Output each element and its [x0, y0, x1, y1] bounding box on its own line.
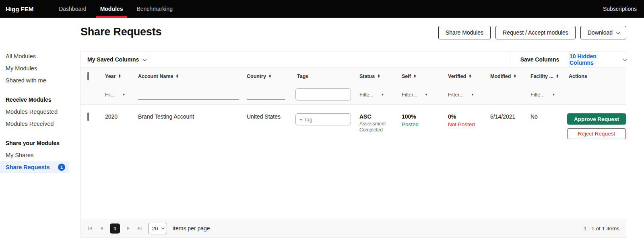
dropdown-arrow-icon: ▼: [425, 93, 428, 96]
row-modified-date: 6/14/2021: [485, 113, 526, 120]
nav-subscriptions[interactable]: Subscriptions: [603, 6, 637, 12]
share-modules-button[interactable]: Share Modules: [438, 26, 491, 39]
column-header-actions: Actions: [564, 74, 627, 79]
verified-filter-dropdown[interactable]: Filter... ▼: [443, 92, 485, 98]
nav-dashboard[interactable]: Dashboard: [52, 0, 93, 18]
page-title: Share Requests: [80, 26, 161, 38]
last-page-button[interactable]: [137, 226, 142, 231]
row-country: United States: [242, 113, 292, 120]
dropdown-arrow-icon: ▼: [471, 93, 474, 96]
sidebar-header-share-your-modules: Share your Modules: [0, 137, 76, 149]
sort-icon: ▲▼: [556, 74, 559, 78]
next-page-icon: [126, 226, 131, 231]
column-header-self[interactable]: Self ▲▼: [397, 74, 443, 79]
nav-modules[interactable]: Modules: [93, 0, 130, 18]
chevron-down-icon: [623, 57, 627, 61]
account-name-filter-input[interactable]: [138, 89, 239, 100]
sort-icon: ▲▼: [268, 74, 271, 78]
share-requests-table: My Saved Columns Save Columns 10 Hidden …: [80, 51, 626, 238]
sidebar-item-modules-received[interactable]: Modules Received: [0, 118, 76, 130]
first-page-button[interactable]: [87, 226, 93, 231]
row-account-name: Brand Testing Account: [133, 113, 242, 120]
sidebar-item-label: Share Requests: [6, 164, 50, 170]
first-page-icon: [87, 226, 93, 231]
sidebar-item-all-modules[interactable]: All Modules: [0, 50, 76, 62]
previous-page-button[interactable]: [99, 226, 104, 231]
save-columns-button[interactable]: Save Columns: [510, 51, 569, 68]
top-nav: Higg FEM Dashboard Modules Benchmarking …: [0, 0, 644, 18]
chevron-down-icon: [161, 226, 164, 229]
row-checkbox[interactable]: [87, 113, 89, 121]
row-tag-input[interactable]: [295, 113, 351, 125]
select-all-checkbox[interactable]: [87, 72, 89, 80]
download-button[interactable]: Download: [580, 26, 626, 39]
my-saved-columns-dropdown[interactable]: My Saved Columns: [81, 51, 149, 68]
row-verified-state: Not Posted: [448, 121, 485, 127]
dropdown-arrow-icon: ▼: [381, 93, 384, 96]
pagination-bar: 1 20 items per page 1 - 1 of 1 items: [81, 219, 626, 238]
nav-benchmarking[interactable]: Benchmarking: [130, 0, 180, 18]
column-header-status[interactable]: Status ▲▼: [355, 74, 397, 79]
sort-icon: ▲▼: [513, 74, 516, 78]
page-size-select[interactable]: 20: [148, 223, 167, 234]
sidebar-item-my-modules[interactable]: My Modules: [0, 62, 76, 74]
row-facility: No: [526, 113, 564, 120]
download-button-label: Download: [588, 29, 613, 36]
row-verified-percent: 0%: [448, 113, 456, 120]
chevron-down-icon: [143, 57, 147, 61]
reject-request-button[interactable]: Reject Request: [567, 128, 626, 139]
sidebar-item-modules-requested[interactable]: Modules Requested: [0, 106, 76, 118]
column-header-account-name[interactable]: Account Name ▲▼: [133, 74, 242, 79]
sidebar-item-shared-with-me[interactable]: Shared with me: [0, 74, 76, 86]
previous-page-icon: [99, 226, 104, 231]
sidebar-item-share-requests[interactable]: Share Requests 1: [0, 161, 69, 173]
next-page-button[interactable]: [126, 226, 131, 231]
column-header-modified[interactable]: Modified ▲▼: [485, 74, 526, 79]
items-per-page-label: items per page: [173, 225, 210, 232]
header-buttons: Share Modules Request / Accept modules D…: [438, 26, 626, 39]
sidebar-header-receive-modules: Receive Modules: [0, 94, 76, 106]
sort-icon: ▲▼: [377, 74, 380, 78]
tags-filter-input[interactable]: [295, 88, 351, 100]
approve-request-button[interactable]: Approve Request: [567, 113, 626, 125]
facility-filter-dropdown[interactable]: Filte... ▼: [526, 92, 564, 98]
self-filter-dropdown[interactable]: Filter... ▼: [397, 92, 443, 98]
chevron-down-icon: [616, 30, 620, 34]
sidebar: All Modules My Modules Shared with me Re…: [0, 50, 76, 173]
sort-icon: ▲▼: [118, 74, 121, 78]
year-filter-dropdown[interactable]: Fil... ▼: [100, 92, 133, 98]
request-accept-modules-button[interactable]: Request / Accept modules: [495, 26, 576, 39]
hidden-columns-dropdown[interactable]: 10 Hidden Columns: [569, 51, 626, 68]
dropdown-arrow-icon: ▼: [552, 93, 555, 96]
column-header-country[interactable]: Country ▲▼: [242, 74, 292, 79]
table-empty-area: [81, 139, 626, 219]
row-self-state: Posted: [402, 121, 443, 127]
table-toolbar: My Saved Columns Save Columns 10 Hidden …: [81, 51, 626, 68]
sort-icon: ▲▼: [469, 74, 471, 78]
count-badge: 1: [58, 164, 65, 171]
row-status-sub: Assessment Completed: [359, 121, 397, 133]
column-header-verified[interactable]: Verified ▲▼: [443, 74, 485, 79]
brand-logo[interactable]: Higg FEM: [6, 6, 33, 12]
table-row: 2020 Brand Testing Account United States…: [81, 105, 626, 139]
country-filter-input[interactable]: [247, 89, 285, 100]
column-header-facility[interactable]: Facility ... ▲▼: [526, 74, 564, 79]
sort-icon: ▲▼: [176, 74, 179, 78]
sort-icon: ▲▼: [413, 74, 416, 78]
row-year: 2020: [100, 113, 133, 120]
last-page-icon: [137, 226, 142, 231]
sidebar-item-my-shares[interactable]: My Shares: [0, 149, 76, 161]
column-header-tags: Tags: [292, 74, 355, 79]
pagination-range: 1 - 1 of 1 items: [584, 226, 619, 232]
status-filter-dropdown[interactable]: Filte... ▼: [355, 92, 397, 98]
table-header-row: Year ▲▼ Account Name ▲▼ Country ▲▼ Tags …: [81, 68, 626, 85]
hidden-columns-label: 10 Hidden Columns: [570, 53, 620, 66]
row-self-percent: 100%: [402, 113, 416, 120]
page-size-value: 20: [152, 226, 158, 232]
my-saved-columns-label: My Saved Columns: [87, 56, 139, 63]
table-filter-row: Fil... ▼ Filte... ▼ Filter... ▼ Filter..…: [81, 85, 626, 105]
row-status: ASC: [359, 113, 372, 120]
column-header-year[interactable]: Year ▲▼: [100, 74, 133, 79]
toolbar-spacer: [149, 51, 510, 68]
current-page-button[interactable]: 1: [110, 223, 120, 234]
